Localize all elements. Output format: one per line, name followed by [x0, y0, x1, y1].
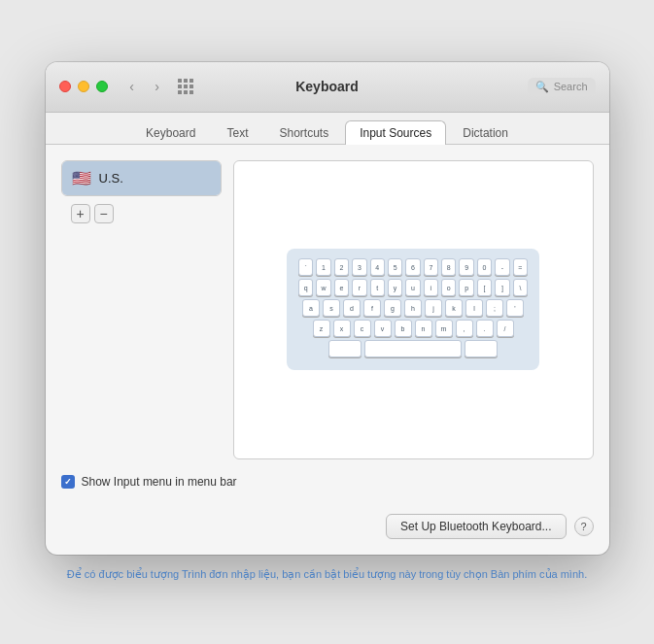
title-bar: ‹ › Keyboard 🔍 Search — [46, 62, 609, 113]
bottom-bar: Set Up Bluetooth Keyboard... ? — [46, 504, 609, 555]
search-box[interactable]: 🔍 Search — [528, 78, 596, 96]
key-l: l — [465, 299, 483, 317]
key-u: u — [405, 279, 420, 296]
fullscreen-button[interactable] — [96, 81, 108, 92]
key-o: o — [441, 279, 456, 296]
key-p: p — [459, 279, 473, 296]
key-f: f — [363, 299, 381, 317]
key-backtick: ` — [298, 258, 313, 276]
key-t: t — [370, 279, 385, 296]
key-backslash: \ — [513, 279, 528, 296]
left-column: 🇺🇸 U.S. + − — [61, 160, 222, 459]
key-2: 2 — [334, 258, 349, 276]
tab-text[interactable]: Text — [212, 120, 262, 145]
key-rbracket: ] — [495, 279, 509, 296]
tab-input-sources[interactable]: Input Sources — [345, 120, 446, 145]
source-list-controls: + − — [61, 196, 222, 231]
key-y: y — [388, 279, 402, 296]
keyboard-preview-panel: ` 1 2 3 4 5 6 7 8 9 0 - = q w — [233, 160, 594, 459]
key-e: e — [334, 279, 349, 296]
search-icon: 🔍 — [535, 81, 549, 93]
keyboard-row-4: z x c v b n m , . / — [298, 320, 528, 337]
key-4: 4 — [370, 258, 385, 276]
tab-keyboard[interactable]: Keyboard — [131, 120, 210, 145]
key-w: w — [316, 279, 330, 296]
key-s: s — [323, 299, 340, 317]
source-item-us[interactable]: 🇺🇸 U.S. — [62, 161, 221, 195]
keyboard-visual: ` 1 2 3 4 5 6 7 8 9 0 - = q w — [287, 249, 539, 370]
help-button[interactable]: ? — [574, 517, 594, 536]
checkbox-row: Show Input menu in menu bar — [46, 475, 609, 489]
nav-buttons: ‹ › — [121, 76, 168, 97]
add-source-button[interactable]: + — [71, 204, 90, 223]
input-sources-list: 🇺🇸 U.S. — [61, 160, 222, 196]
key-9: 9 — [459, 258, 473, 276]
key-b: b — [395, 320, 412, 337]
key-lbracket: [ — [477, 279, 492, 296]
traffic-lights — [59, 81, 108, 92]
key-c: c — [354, 320, 371, 337]
key-comma: , — [456, 320, 473, 337]
key-j: j — [425, 299, 442, 317]
key-slash: / — [497, 320, 514, 337]
key-h: h — [404, 299, 422, 317]
tabs-bar: Keyboard Text Shortcuts Input Sources Di… — [46, 113, 609, 145]
key-z: z — [313, 320, 330, 337]
key-5: 5 — [388, 258, 402, 276]
grid-icon[interactable] — [178, 79, 193, 94]
key-i: i — [424, 279, 438, 296]
key-7: 7 — [424, 258, 438, 276]
key-equals: = — [513, 258, 528, 276]
key-x: x — [333, 320, 351, 337]
key-q: q — [298, 279, 313, 296]
key-n: n — [415, 320, 432, 337]
key-8: 8 — [441, 258, 456, 276]
key-r: r — [352, 279, 366, 296]
keyboard-row-2: q w e r t y u i o p [ ] \ — [298, 279, 528, 296]
key-quote: ' — [506, 299, 524, 317]
key-period: . — [476, 320, 494, 337]
source-name: U.S. — [99, 171, 123, 186]
key-minus: - — [495, 258, 509, 276]
key-v: v — [374, 320, 392, 337]
key-1: 1 — [316, 258, 330, 276]
key-semicolon: ; — [486, 299, 503, 317]
keyboard-row-5 — [298, 340, 528, 357]
remove-source-button[interactable]: − — [94, 204, 114, 223]
content-area: 🇺🇸 U.S. + − ` 1 2 3 4 5 6 — [46, 145, 609, 475]
keyboard-preferences-window: ‹ › Keyboard 🔍 Search Keyboard Text Shor… — [46, 62, 609, 555]
show-input-menu-checkbox[interactable] — [61, 475, 75, 489]
key-shift-left — [328, 340, 361, 357]
key-k: k — [445, 299, 463, 317]
key-shift-right — [465, 340, 498, 357]
window-title: Keyboard — [295, 79, 359, 94]
key-0: 0 — [477, 258, 492, 276]
key-6: 6 — [405, 258, 420, 276]
key-m: m — [435, 320, 453, 337]
tab-shortcuts[interactable]: Shortcuts — [264, 120, 343, 145]
key-d: d — [343, 299, 361, 317]
setup-bluetooth-button[interactable]: Set Up Bluetooth Keyboard... — [386, 514, 566, 539]
keyboard-row-3: a s d f g h j k l ; ' — [298, 299, 528, 317]
us-flag-icon: 🇺🇸 — [72, 169, 91, 187]
key-3: 3 — [352, 258, 366, 276]
forward-button[interactable]: › — [147, 76, 168, 97]
key-space — [364, 340, 462, 357]
keyboard-row-1: ` 1 2 3 4 5 6 7 8 9 0 - = — [298, 258, 528, 276]
checkbox-label: Show Input menu in menu bar — [82, 475, 237, 489]
tab-dictation[interactable]: Dictation — [448, 120, 523, 145]
minimize-button[interactable] — [78, 81, 89, 92]
back-button[interactable]: ‹ — [121, 76, 143, 97]
search-placeholder: Search — [554, 81, 588, 92]
close-button[interactable] — [59, 81, 71, 92]
key-g: g — [384, 299, 401, 317]
key-a: a — [302, 299, 320, 317]
footer-note: Để có được biểu tượng Trình đơn nhập liệ… — [48, 566, 606, 583]
